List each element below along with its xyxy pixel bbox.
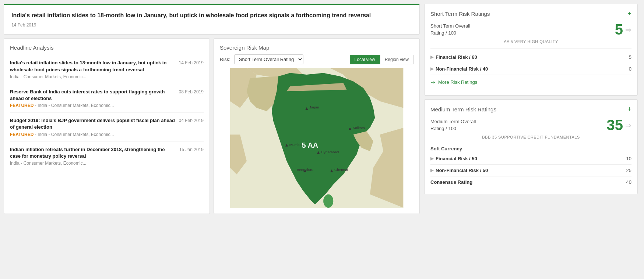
map-rating-label: 5 AA <box>302 142 319 150</box>
news-content: Budget 2019: India's BJP government deli… <box>10 117 175 137</box>
circle-arrow-icon: ➙ <box>430 79 435 86</box>
consensus-rating-row: Consensus Rating 40 <box>430 176 631 188</box>
top-headline-date: 14 Feb 2019 <box>11 22 412 28</box>
chevron-right-icon: ▶ <box>430 67 433 71</box>
news-title[interactable]: Reserve Bank of India cuts interest rate… <box>10 89 175 102</box>
city-label-bengaluru: Bengaluru <box>297 168 313 172</box>
medium-term-financial-label[interactable]: ▶ Financial Risk / 50 <box>430 156 477 161</box>
featured-badge: FEATURED <box>10 103 34 108</box>
chevron-right-icon: ▶ <box>430 55 433 60</box>
consensus-rating-label: Consensus Rating <box>430 179 472 185</box>
region-view-button[interactable]: Region view <box>380 55 414 64</box>
news-title[interactable]: Indian inflation retreats further in Dec… <box>10 146 176 160</box>
medium-term-overall-row: Medium Term Overall Rating / 100 35 ⇒ <box>430 117 631 133</box>
city-label-mumbai: Mumbai <box>289 143 302 147</box>
medium-term-card-header: Medium Term Risk Ratings + <box>430 105 631 113</box>
short-term-plus-icon[interactable]: + <box>627 10 631 18</box>
view-buttons: Local view Region view <box>350 55 414 64</box>
news-meta: FEATURED - India - Consumer Markets, Eco… <box>10 132 175 137</box>
short-term-rating-value: 5 <box>615 21 623 38</box>
medium-term-nonfinancial-risk-row: ▶ Non-Financial Risk / 50 25 <box>430 165 631 176</box>
short-term-arrow-icon[interactable]: ⇒ <box>625 25 631 34</box>
medium-term-title: Medium Term Risk Ratings <box>430 106 496 112</box>
news-content: Reserve Bank of India cuts interest rate… <box>10 89 175 108</box>
featured-badge: FEATURED <box>10 132 34 137</box>
map-controls: Risk: Short Term Overall Rating Local vi… <box>220 54 414 64</box>
news-title[interactable]: India's retail inflation slides to 18-mo… <box>10 60 175 73</box>
india-map-svg: 5 AA Jaipur Kolkata Mumbai Hyde <box>220 68 414 208</box>
chevron-right-icon: ▶ <box>430 156 433 161</box>
medium-term-nonfinancial-label[interactable]: ▶ Non-Financial Risk / 50 <box>430 168 488 173</box>
risk-dropdown[interactable]: Short Term Overall Rating <box>234 54 303 64</box>
news-content: Indian inflation retreats further in Dec… <box>10 146 176 166</box>
news-date: 15 Jan 2019 <box>179 147 204 152</box>
news-item: Indian inflation retreats further in Dec… <box>10 142 204 170</box>
short-term-nonfinancial-risk-row: ▶ Non-Financial Risk / 40 0 <box>430 63 631 75</box>
news-meta: India - Consumer Markets, Economic... <box>10 161 176 166</box>
short-term-title: Short Term Risk Ratings <box>430 11 490 17</box>
short-term-overall-row: Short Term Overall Rating / 100 5 ⇒ <box>430 21 631 38</box>
news-meta-text: - India - Consumer Markets, Economic... <box>35 103 114 108</box>
medium-term-financial-value: 10 <box>626 156 631 161</box>
news-item: Budget 2019: India's BJP government deli… <box>10 113 204 142</box>
medium-term-financial-risk-row: ▶ Financial Risk / 50 10 <box>430 153 631 165</box>
sovereign-risk-map-panel: Sovereign Risk Map Risk: Short Term Over… <box>214 38 420 214</box>
news-meta: India - Consumer Markets, Economic... <box>10 74 175 79</box>
city-label-kolkata: Kolkata <box>353 126 365 130</box>
short-term-card-header: Short Term Risk Ratings + <box>430 10 631 18</box>
city-label-hyderabad: Hyderabad <box>321 150 339 154</box>
short-term-rating-label: Short Term Overall Rating / 100 <box>430 23 470 36</box>
headline-analysis-panel: Headline Analysis India's retail inflati… <box>4 38 210 214</box>
soft-currency-label: Soft Currency <box>430 144 631 153</box>
svg-point-0 <box>323 194 333 208</box>
more-ratings-label: More Risk Ratings <box>438 79 477 85</box>
news-meta-text: - India - Consumer Markets, Economic... <box>35 132 114 137</box>
medium-term-nonfinancial-value: 25 <box>626 168 631 173</box>
consensus-rating-value: 40 <box>626 179 631 185</box>
medium-term-quality-text: BBB 35 SUPPORTIVE CREDIT FUNDAMENTALS <box>430 135 631 139</box>
news-content: India's retail inflation slides to 18-mo… <box>10 60 175 79</box>
short-term-financial-risk-row: ▶ Financial Risk / 60 5 <box>430 51 631 63</box>
short-term-financial-label[interactable]: ▶ Financial Risk / 60 <box>430 54 477 60</box>
medium-term-rating-label: Medium Term Overall Rating / 100 <box>430 118 476 132</box>
city-label-jaipur: Jaipur <box>309 105 320 110</box>
short-term-financial-value: 5 <box>629 54 631 60</box>
map-title: Sovereign Risk Map <box>220 44 414 51</box>
top-headline-card: India's retail inflation slides to 18-mo… <box>4 4 420 35</box>
short-term-quality-text: AA 5 VERY HIGH QUALITY <box>430 39 631 44</box>
more-risk-ratings-row[interactable]: ➙ More Risk Ratings <box>430 75 631 89</box>
medium-term-risk-card: Medium Term Risk Ratings + Medium Term O… <box>424 99 638 194</box>
short-term-risk-card: Short Term Risk Ratings + Short Term Ove… <box>424 4 638 96</box>
city-label-chennai: Chennai <box>334 168 348 172</box>
news-date: 04 Feb 2019 <box>179 118 204 123</box>
chevron-right-icon: ▶ <box>430 168 433 173</box>
medium-term-rating-value: 35 <box>607 117 623 133</box>
top-headline-title[interactable]: India's retail inflation slides to 18-mo… <box>11 11 412 19</box>
news-title[interactable]: Budget 2019: India's BJP government deli… <box>10 117 175 130</box>
news-date: 14 Feb 2019 <box>179 60 204 65</box>
short-term-nonfinancial-label[interactable]: ▶ Non-Financial Risk / 40 <box>430 66 488 72</box>
medium-term-arrow-icon[interactable]: ⇒ <box>625 121 631 130</box>
risk-label: Risk: <box>220 57 230 62</box>
news-item: India's retail inflation slides to 18-mo… <box>10 55 204 84</box>
news-date: 08 Feb 2019 <box>179 89 204 94</box>
local-view-button[interactable]: Local view <box>350 55 380 64</box>
news-meta: FEATURED - India - Consumer Markets, Eco… <box>10 103 175 108</box>
medium-term-plus-icon[interactable]: + <box>627 105 631 113</box>
news-item: Reserve Bank of India cuts interest rate… <box>10 84 204 113</box>
map-container: 5 AA Jaipur Kolkata Mumbai Hyde <box>220 68 414 208</box>
short-term-nonfinancial-value: 0 <box>629 66 631 72</box>
headline-analysis-title: Headline Analysis <box>10 44 204 51</box>
